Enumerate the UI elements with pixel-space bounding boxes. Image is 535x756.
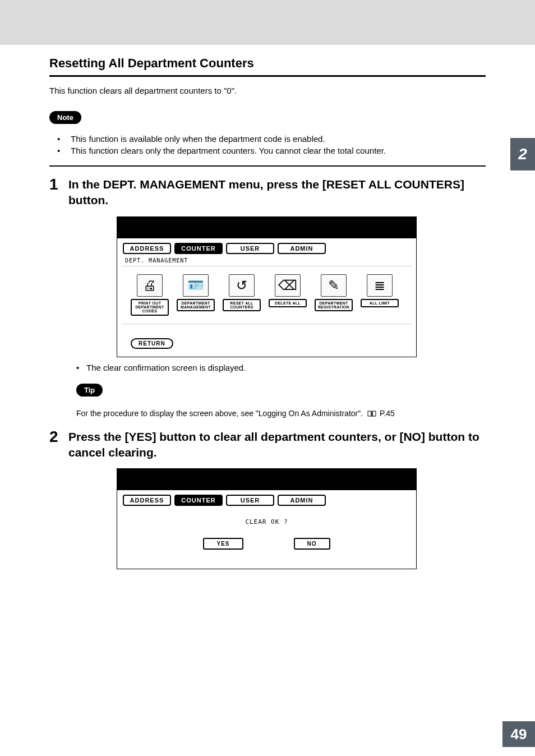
panel-subtitle: DEPT. MANAGEMENT (122, 256, 412, 265)
note-item: The clear confirmation screen is display… (76, 363, 486, 372)
delete-icon: ⌫ (275, 274, 301, 297)
icon-caption: RESET ALL COUNTERS (223, 299, 261, 312)
after-panel-note: The clear confirmation screen is display… (49, 363, 486, 372)
register-icon: ✎ (321, 274, 347, 297)
print-out-dept-codes-button[interactable]: 🖨 PRINT OUT DEPARTMENT CODES (131, 274, 169, 316)
tab-user[interactable]: USER (226, 243, 274, 254)
confirm-question: CLEAR OK ? (122, 518, 412, 525)
panel-topbar (117, 469, 416, 490)
no-button[interactable]: NO (294, 538, 330, 550)
clear-confirmation-panel: ADDRESS COUNTER USER ADMIN CLEAR OK ? YE… (117, 468, 417, 569)
step-number: 2 (49, 429, 61, 461)
all-limit-button[interactable]: ≣ ALL LIMIT (361, 274, 399, 316)
tab-counter[interactable]: COUNTER (174, 495, 223, 506)
page-number: 49 (502, 721, 535, 747)
rule-mid (49, 165, 486, 167)
tip-pageref: P.45 (380, 409, 395, 418)
note-item: This function is available only when the… (57, 134, 486, 144)
printer-icon: 🖨 (137, 274, 163, 297)
reset-all-counters-button[interactable]: ↺ RESET ALL COUNTERS (223, 274, 261, 316)
tab-address[interactable]: ADDRESS (123, 243, 171, 254)
yes-button[interactable]: YES (203, 538, 243, 550)
note-badge: Note (49, 111, 81, 124)
icon-caption: DELETE ALL (269, 299, 307, 307)
return-button[interactable]: RETURN (131, 338, 173, 349)
tabs-row: ADDRESS COUNTER USER ADMIN (122, 243, 412, 256)
tab-counter[interactable]: COUNTER (174, 243, 223, 254)
note-item: This function clears only the department… (57, 146, 486, 155)
note-list: This function is available only when the… (49, 134, 486, 155)
icon-caption: ALL LIMIT (361, 299, 399, 307)
tab-address[interactable]: ADDRESS (123, 495, 171, 506)
step-text: In the DEPT. MANAGEMENT menu, press the … (68, 177, 486, 209)
panel-divider (122, 266, 412, 266)
intro-text: This function clears all department coun… (49, 86, 486, 95)
panel-divider (122, 324, 412, 324)
panel-topbar (117, 217, 416, 238)
tip-text-body: For the procedure to display the screen … (76, 409, 363, 418)
step-1: 1 In the DEPT. MANAGEMENT menu, press th… (49, 177, 486, 209)
tab-admin[interactable]: ADMIN (278, 243, 326, 254)
icon-caption: PRINT OUT DEPARTMENT CODES (131, 299, 169, 316)
card-icon: 🪪 (183, 274, 209, 297)
tip-badge: Tip (76, 384, 103, 397)
dept-management-panel: ADDRESS COUNTER USER ADMIN DEPT. MANAGEM… (117, 216, 417, 357)
tip-text: For the procedure to display the screen … (49, 409, 486, 419)
icon-row: 🖨 PRINT OUT DEPARTMENT CODES 🪪 DEPARTMEN… (122, 272, 412, 316)
delete-all-button[interactable]: ⌫ DELETE ALL (269, 274, 307, 316)
section-title: Resetting All Department Counters (49, 56, 486, 71)
tabs-row: ADDRESS COUNTER USER ADMIN (122, 495, 412, 508)
book-icon (367, 410, 376, 419)
step-text: Press the [YES] button to clear all depa… (68, 429, 486, 461)
step-number: 1 (49, 177, 61, 209)
dept-registration-button[interactable]: ✎ DEPARTMENT REGISTRATION (315, 274, 353, 316)
icon-caption: DEPARTMENT MANAGEMENT (177, 299, 215, 312)
reset-icon: ↺ (229, 274, 255, 297)
dept-management-button[interactable]: 🪪 DEPARTMENT MANAGEMENT (177, 274, 215, 316)
limit-icon: ≣ (367, 274, 393, 297)
step-2: 2 Press the [YES] button to clear all de… (49, 429, 486, 461)
rule-top (49, 75, 486, 77)
icon-caption: DEPARTMENT REGISTRATION (315, 299, 353, 312)
chapter-tab: 2 (510, 138, 535, 170)
tab-user[interactable]: USER (226, 495, 274, 506)
tab-admin[interactable]: ADMIN (278, 495, 326, 506)
